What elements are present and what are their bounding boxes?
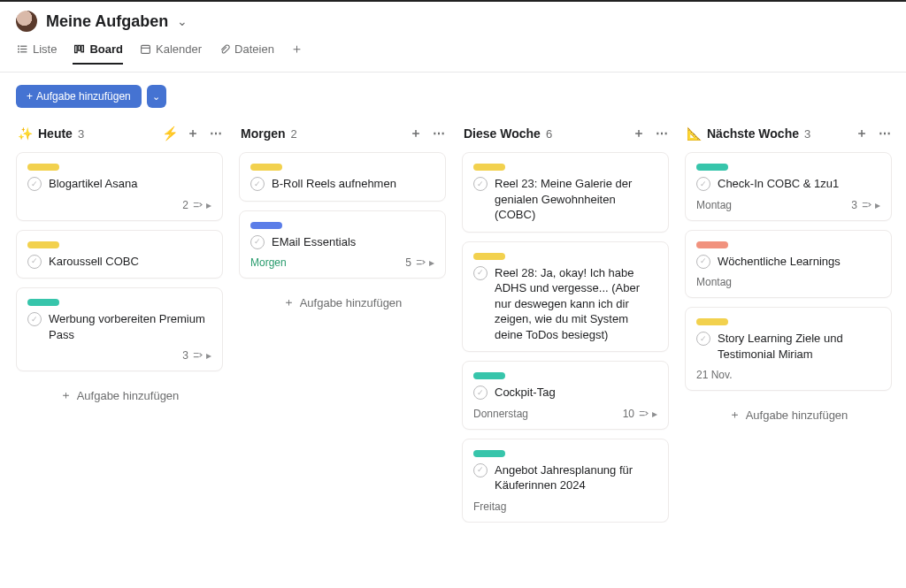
bolt-icon[interactable]: ⚡: [162, 126, 179, 141]
chevron-down-icon: ⌄: [152, 91, 160, 103]
task-card[interactable]: Cockpit-Tag Donnerstag 10 ▸: [462, 361, 669, 430]
tag-pill: [696, 164, 728, 171]
column-header[interactable]: 📐 Nächste Woche 3 ＋ ⋯: [685, 120, 895, 152]
tag-pill: [250, 164, 282, 171]
tab-calendar[interactable]: Kalender: [139, 39, 202, 63]
task-card[interactable]: Story Learning Ziele und Testimonial Mir…: [685, 307, 892, 391]
task-date: Donnerstag: [473, 408, 528, 420]
task-card[interactable]: Karoussell COBC: [16, 230, 223, 279]
complete-checkbox[interactable]: [27, 312, 42, 326]
task-meta: 3 ▸: [182, 349, 211, 362]
svg-rect-9: [141, 45, 150, 53]
task-date: Morgen: [250, 256, 287, 269]
column-scroll[interactable]: Blogartikel Asana 2 ▸ Karoussell COBC We…: [16, 152, 226, 407]
plus-icon: +: [27, 90, 33, 103]
add-task-dropdown[interactable]: ⌄: [147, 85, 166, 108]
complete-checkbox[interactable]: [250, 177, 265, 191]
column-scroll[interactable]: B-Roll Reels aufnehmen EMail Essentials …: [239, 152, 449, 314]
tab-add[interactable]: ＋: [290, 37, 303, 65]
task-date: Montag: [696, 276, 732, 288]
plus-icon: ＋: [729, 407, 741, 423]
svg-point-5: [18, 51, 19, 52]
expand-icon[interactable]: ▸: [206, 349, 211, 362]
column-menu-icon[interactable]: ⋯: [653, 126, 671, 141]
chevron-down-icon[interactable]: ⌄: [177, 14, 188, 28]
subtask-count: 3: [182, 349, 188, 362]
tag-pill: [473, 450, 505, 457]
board-column: ✨ Heute 3 ⚡ ＋ ⋯ Blogartikel Asana 2 ▸ Ka…: [16, 120, 226, 572]
column-add-icon[interactable]: ＋: [407, 126, 425, 141]
subtask-icon: [861, 201, 871, 210]
tag-pill: [696, 318, 728, 325]
task-date: 21 Nov.: [696, 369, 732, 381]
avatar[interactable]: [16, 11, 37, 32]
task-title: Reel 28: Ja, okay! Ich habe ADHS und ver…: [495, 265, 657, 343]
calendar-icon: [139, 43, 151, 56]
column-menu-icon[interactable]: ⋯: [207, 126, 225, 141]
task-title: Cockpit-Tag: [495, 385, 556, 401]
complete-checkbox[interactable]: [473, 386, 488, 400]
board-column: Diese Woche 6 ＋ ⋯ Reel 23: Meine Galerie…: [462, 120, 672, 572]
tab-label: Kalender: [156, 42, 202, 56]
column-scroll[interactable]: Check-In COBC & 1zu1 Montag 3 ▸ Wöchentl…: [685, 152, 895, 426]
subtask-count: 5: [405, 256, 411, 269]
task-card[interactable]: B-Roll Reels aufnehmen: [239, 152, 446, 202]
subtask-icon: [192, 201, 203, 210]
complete-checkbox[interactable]: [696, 255, 710, 269]
tab-files[interactable]: Dateien: [218, 39, 274, 63]
task-title: Werbung vorbereiten Premium Pass: [49, 311, 211, 342]
task-card[interactable]: Reel 23: Meine Galerie der genialen Gewo…: [462, 152, 669, 233]
column-title: Morgen: [241, 126, 286, 141]
page-header: Meine Aufgaben ⌄: [0, 2, 906, 37]
task-title: Blogartikel Asana: [49, 176, 137, 192]
complete-checkbox[interactable]: [27, 255, 42, 269]
tag-pill: [473, 253, 505, 260]
tab-list[interactable]: Liste: [16, 39, 57, 63]
task-title: EMail Essentials: [272, 234, 356, 250]
column-add-icon[interactable]: ＋: [630, 126, 648, 141]
task-card[interactable]: Reel 28: Ja, okay! Ich habe ADHS und ver…: [462, 241, 669, 353]
tag-pill: [473, 164, 505, 171]
add-task-button[interactable]: + Aufgabe hinzufügen: [16, 85, 142, 108]
column-header[interactable]: ✨ Heute 3 ⚡ ＋ ⋯: [16, 120, 226, 152]
add-card-button[interactable]: ＋Aufgabe hinzufügen: [685, 400, 892, 426]
column-header[interactable]: Diese Woche 6 ＋ ⋯: [462, 120, 672, 152]
tab-board[interactable]: Board: [73, 39, 123, 65]
complete-checkbox[interactable]: [473, 266, 488, 280]
task-card[interactable]: EMail Essentials Morgen 5 ▸: [239, 210, 446, 279]
expand-icon[interactable]: ▸: [429, 256, 434, 269]
task-title: Reel 23: Meine Galerie der genialen Gewo…: [495, 176, 657, 223]
subtask-icon: [638, 409, 649, 418]
complete-checkbox[interactable]: [250, 235, 265, 249]
complete-checkbox[interactable]: [27, 177, 42, 191]
add-card-label: Aufgabe hinzufügen: [300, 296, 403, 309]
tab-label: Board: [89, 42, 123, 56]
column-menu-icon[interactable]: ⋯: [430, 126, 448, 141]
task-card[interactable]: Check-In COBC & 1zu1 Montag 3 ▸: [685, 152, 892, 221]
task-date: Montag: [696, 199, 732, 211]
task-card[interactable]: Wöchentliche Learnings Montag: [685, 230, 892, 299]
complete-checkbox[interactable]: [473, 177, 488, 191]
column-header[interactable]: Morgen 2 ＋ ⋯: [239, 120, 449, 152]
column-add-icon[interactable]: ＋: [184, 126, 202, 141]
add-card-button[interactable]: ＋Aufgabe hinzufügen: [16, 380, 223, 407]
task-card[interactable]: Werbung vorbereiten Premium Pass 3 ▸: [16, 287, 223, 371]
column-scroll[interactable]: Reel 23: Meine Galerie der genialen Gewo…: [462, 152, 672, 523]
task-card[interactable]: Angebot Jahresplanung für Käuferinnen 20…: [462, 439, 669, 523]
complete-checkbox[interactable]: [473, 463, 488, 477]
task-title: B-Roll Reels aufnehmen: [272, 176, 396, 192]
complete-checkbox[interactable]: [696, 177, 710, 191]
task-card[interactable]: Blogartikel Asana 2 ▸: [16, 152, 223, 221]
tab-label: Dateien: [234, 42, 274, 56]
tab-label: Liste: [33, 42, 57, 56]
expand-icon[interactable]: ▸: [875, 199, 880, 211]
column-emoji: ✨: [18, 126, 33, 141]
column-title: Diese Woche: [464, 126, 541, 141]
expand-icon[interactable]: ▸: [652, 408, 657, 420]
add-card-button[interactable]: ＋Aufgabe hinzufügen: [239, 287, 446, 314]
complete-checkbox[interactable]: [696, 332, 710, 346]
expand-icon[interactable]: ▸: [206, 199, 211, 211]
column-menu-icon[interactable]: ⋯: [876, 126, 894, 141]
task-meta: 2 ▸: [182, 199, 211, 211]
column-add-icon[interactable]: ＋: [853, 126, 871, 141]
